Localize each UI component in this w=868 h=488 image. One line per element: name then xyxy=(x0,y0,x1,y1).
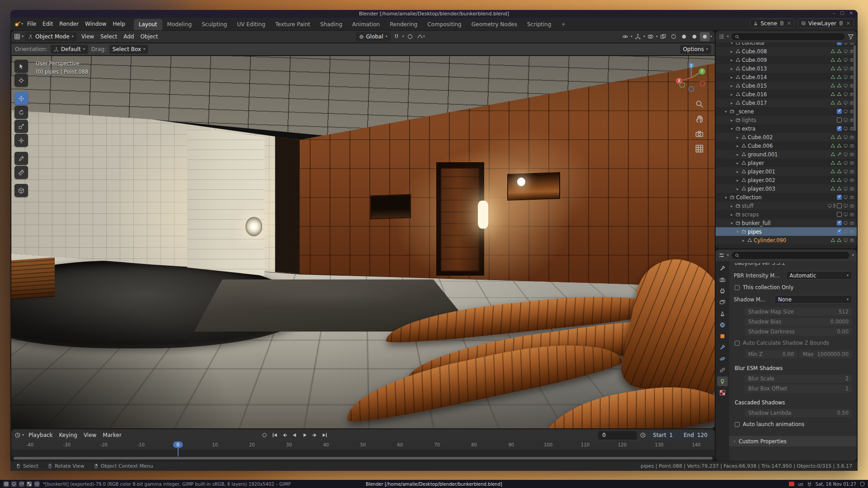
collection-checkbox[interactable] xyxy=(837,42,842,45)
outliner-row-cube.009[interactable]: ▸Cube.009 xyxy=(716,56,857,64)
expand-arrow-icon[interactable]: ▸ xyxy=(729,49,734,54)
props-tab-light-data[interactable] xyxy=(717,376,728,386)
expand-arrow-icon[interactable]: ▸ xyxy=(735,135,740,140)
jump-to-end-button[interactable] xyxy=(320,431,330,440)
outliner-row-extra[interactable]: ▾extra xyxy=(716,124,857,133)
tool-tweak-select[interactable] xyxy=(14,60,28,73)
expand-arrow-icon[interactable]: ▾ xyxy=(723,109,728,114)
taskbar-clock[interactable]: Sat, 16 Nov 01:27 xyxy=(816,482,856,487)
outliner-row-player[interactable]: ▸player xyxy=(716,159,857,167)
workspace-tab-compositing[interactable]: Compositing xyxy=(422,19,466,30)
viewport-menu-view[interactable]: View xyxy=(78,33,97,41)
collection-checkbox[interactable] xyxy=(837,212,842,217)
shading-material-button[interactable] xyxy=(689,32,699,41)
expand-arrow-icon[interactable]: ▸ xyxy=(729,118,734,122)
viewport-menu-select[interactable]: Select xyxy=(97,33,120,41)
max-z-field[interactable]: Max 1000000.00 xyxy=(799,350,852,358)
outliner-row-stuff[interactable]: ▸stuff3 xyxy=(716,202,857,210)
outliner-row-cylinder.090[interactable]: ▸Cylinder.090 xyxy=(716,236,857,244)
jump-to-start-button[interactable] xyxy=(270,431,280,440)
outliner-row-cube.006[interactable]: ▸Cube.006 xyxy=(716,141,857,150)
outliner-row-lights[interactable]: ▸lights xyxy=(716,116,857,124)
expand-arrow-icon[interactable]: ▸ xyxy=(735,152,740,157)
proportional-editing-toggle[interactable] xyxy=(405,32,415,41)
custom-properties-panel[interactable]: › Custom Properties xyxy=(729,436,857,446)
taskbar-gimp-window[interactable]: *[bunkerlit] (exported)-79.0 (RGB color … xyxy=(43,482,291,487)
taskbar-app-3[interactable] xyxy=(19,481,24,487)
props-tab-world[interactable] xyxy=(717,320,728,330)
workspace-tab-texture-paint[interactable]: Texture Paint xyxy=(270,19,315,30)
pan-hand-icon[interactable] xyxy=(695,114,704,123)
taskbar-app-5[interactable] xyxy=(34,481,40,487)
toggle-xray-button[interactable] xyxy=(658,32,668,41)
viewport-menu-object[interactable]: Object xyxy=(137,33,161,41)
outliner-search-input[interactable] xyxy=(731,33,845,41)
expand-arrow-icon[interactable]: ▸ xyxy=(741,238,746,243)
snap-toggle[interactable] xyxy=(392,32,401,41)
shading-solid-button[interactable] xyxy=(679,32,689,41)
mode-dropdown[interactable]: Object Mode ▾ xyxy=(25,32,77,41)
workspace-tab-uv-editing[interactable]: UV Editing xyxy=(232,19,270,30)
properties-search-input[interactable] xyxy=(731,251,850,259)
tool-rotate[interactable] xyxy=(14,106,28,119)
props-tab-object[interactable] xyxy=(717,331,728,341)
collection-checkbox[interactable] xyxy=(837,126,842,131)
tool-transform[interactable] xyxy=(14,134,28,147)
props-tab-render[interactable] xyxy=(717,275,728,285)
outliner-row-cube.016[interactable]: ▸Cube.016 xyxy=(716,90,857,99)
frame-start-field[interactable]: Start 1 xyxy=(649,431,677,440)
outliner-scrollbar[interactable] xyxy=(854,45,856,131)
collection-checkbox[interactable] xyxy=(837,221,842,225)
visibility-button[interactable] xyxy=(620,32,630,41)
tool-annotate[interactable] xyxy=(14,152,28,165)
workspace-tab-shading[interactable]: Shading xyxy=(315,19,347,30)
collection-checkbox[interactable] xyxy=(837,117,842,122)
expand-arrow-icon[interactable]: ▾ xyxy=(729,221,734,225)
blender-logo-icon[interactable] xyxy=(14,21,20,27)
expand-arrow-icon[interactable]: ▾ xyxy=(723,195,728,200)
workspace-tab-scripting[interactable]: Scripting xyxy=(522,19,556,30)
expand-arrow-icon[interactable]: ▾ xyxy=(735,230,740,234)
outliner-row-ground.001[interactable]: ▸ground.001 xyxy=(716,150,857,159)
timeline-menu-marker[interactable]: Marker xyxy=(99,431,124,439)
use-preview-range-icon[interactable] xyxy=(640,432,646,438)
timeline-playhead[interactable]: 0 xyxy=(178,441,179,456)
taskbar-app-4[interactable] xyxy=(26,481,32,487)
remove-view-layer-icon[interactable] xyxy=(846,21,851,26)
props-tab-constraints[interactable] xyxy=(717,365,728,375)
outliner-row-pipes[interactable]: ▾pipes xyxy=(716,227,857,236)
field-blur-scale[interactable]: Blur Scale2 xyxy=(745,375,852,383)
field-shadow-lambda[interactable]: Shadow Lambda0.50 xyxy=(745,409,852,417)
zoom-icon[interactable] xyxy=(695,99,704,108)
collection-only-checkbox[interactable] xyxy=(735,285,740,290)
expand-arrow-icon[interactable]: ▸ xyxy=(729,66,734,71)
outliner-row-cube.015[interactable]: ▸Cube.015 xyxy=(716,81,857,90)
camera-view-icon[interactable] xyxy=(695,129,704,138)
min-z-field[interactable]: Min Z 0.00 xyxy=(745,350,797,358)
outliner-row-cube.002[interactable]: ▸Cube.002 xyxy=(716,133,857,141)
tool-measure[interactable] xyxy=(14,166,28,179)
field-shadow-bias[interactable]: Shadow Bias0.0000 xyxy=(745,318,852,326)
show-overlays-button[interactable] xyxy=(646,32,656,41)
3d-viewport[interactable]: User Perspective (0) pipes | Point.088 X… xyxy=(11,56,715,428)
props-tab-physics[interactable] xyxy=(717,354,728,364)
workspace-tab-layout[interactable]: Layout xyxy=(134,19,162,30)
timeline-track[interactable] xyxy=(11,450,715,456)
shading-wireframe-button[interactable] xyxy=(669,32,679,41)
timeline-menu-playback[interactable]: Playback xyxy=(25,431,56,439)
taskbar-blender-window[interactable]: Blender [/home/amalie/Desktop/blender/bu… xyxy=(366,482,502,487)
outliner-row-scraps[interactable]: ▸scraps xyxy=(716,210,857,219)
auto-launch-checkbox[interactable] xyxy=(735,422,740,427)
expand-arrow-icon[interactable]: ▸ xyxy=(735,169,740,174)
previous-keyframe-button[interactable] xyxy=(280,431,290,440)
workspace-tab-modeling[interactable]: Modeling xyxy=(162,19,197,30)
props-tab-view-layer[interactable] xyxy=(717,297,728,307)
frame-end-field[interactable]: End 120 xyxy=(679,431,712,440)
expand-arrow-icon[interactable]: ▸ xyxy=(729,101,734,105)
workspace-tab-animation[interactable]: Animation xyxy=(347,19,385,30)
workspace-tab-geometry-nodes[interactable]: Geometry Nodes xyxy=(467,19,522,30)
workspace-add-tab[interactable]: + xyxy=(556,19,571,30)
outliner-row-cube.008[interactable]: ▸Cube.008 xyxy=(716,47,857,56)
timeline-scrollbar[interactable] xyxy=(14,457,712,460)
timeline-menu-keying[interactable]: Keying xyxy=(56,431,80,439)
